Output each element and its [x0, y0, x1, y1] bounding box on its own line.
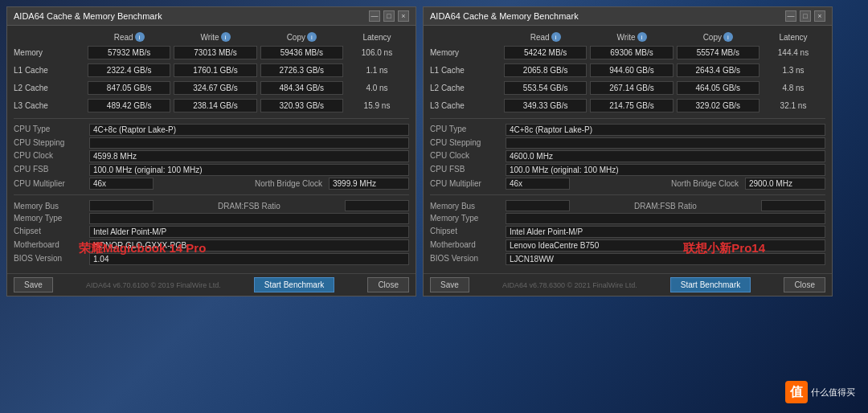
- left-membus-row: Memory Bus DRAM:FSB Ratio: [14, 200, 409, 211]
- left-cpu-mult-value: 46x: [89, 178, 154, 190]
- right-window-title: AIDA64 Cache & Memory Benchmark: [430, 11, 579, 21]
- left-cpu-type-label: CPU Type: [14, 124, 86, 136]
- left-save-btn[interactable]: Save: [14, 277, 53, 292]
- right-l2-copy: 464.05 GB/s: [677, 81, 760, 95]
- right-save-btn[interactable]: Save: [430, 277, 469, 292]
- right-l1-latency: 1.3 ns: [761, 64, 825, 76]
- left-l2-copy: 484.34 GB/s: [260, 81, 343, 95]
- right-close-btn-footer[interactable]: Close: [784, 277, 825, 292]
- right-write-info-icon[interactable]: i: [637, 32, 647, 42]
- right-l2-row: L2 Cache 553.54 GB/s 267.14 GB/s 464.05 …: [430, 80, 825, 96]
- right-membus-row: Memory Bus DRAM:FSB Ratio: [430, 200, 825, 211]
- right-memory-write: 69306 MB/s: [590, 46, 673, 59]
- right-memory-read: 54242 MB/s: [504, 46, 587, 59]
- right-close-btn[interactable]: ×: [814, 10, 825, 22]
- left-write-info-icon[interactable]: i: [221, 32, 231, 42]
- left-maximize-btn[interactable]: □: [383, 10, 395, 22]
- left-cpu-mult-label: CPU Multiplier: [14, 178, 86, 189]
- right-l3-read: 349.33 GB/s: [504, 99, 587, 112]
- left-memory-copy: 59436 MB/s: [260, 46, 343, 59]
- right-window: AIDA64 Cache & Memory Benchmark — □ × Re…: [423, 6, 833, 296]
- right-cpu-clock-label: CPU Clock: [430, 150, 502, 162]
- left-memtype-section: Memory Type Chipset Intel Alder Point-M/…: [14, 213, 409, 265]
- right-latency-header: Latency: [761, 32, 825, 42]
- right-write-header: Write i: [588, 32, 674, 42]
- right-l3-row: L3 Cache 349.33 GB/s 214.75 GB/s 329.02 …: [430, 98, 825, 113]
- left-minimize-btn[interactable]: —: [369, 10, 380, 22]
- left-copy-info-icon[interactable]: i: [307, 32, 317, 42]
- left-divider2: [14, 194, 409, 195]
- right-l2-label: L2 Cache: [430, 82, 502, 94]
- right-dram-value: [761, 200, 825, 211]
- left-l2-row: L2 Cache 847.05 GB/s 324.67 GB/s 484.34 …: [14, 80, 409, 96]
- left-memtype-label: Memory Type: [14, 213, 86, 224]
- right-memory-latency: 144.4 ns: [761, 47, 825, 59]
- right-memtype-label: Memory Type: [430, 213, 502, 224]
- left-dram-label: DRAM:FSB Ratio: [157, 202, 342, 211]
- left-cpu-mult-row: CPU Multiplier 46x North Bridge Clock 39…: [14, 178, 409, 190]
- left-cpu-stepping-label: CPU Stepping: [14, 137, 86, 149]
- right-dram-label: DRAM:FSB Ratio: [573, 202, 758, 211]
- right-cpu-mult-label: CPU Multiplier: [430, 178, 502, 189]
- right-read-info-icon[interactable]: i: [551, 32, 561, 42]
- right-maximize-btn[interactable]: □: [800, 10, 811, 22]
- right-memory-row: Memory 54242 MB/s 69306 MB/s 55574 MB/s …: [430, 45, 825, 60]
- left-motherboard-value: HONOR GLO-GXXX-PCB: [89, 239, 409, 251]
- left-membus-label: Memory Bus: [14, 201, 86, 211]
- right-divider1: [430, 118, 825, 119]
- right-l1-read: 2065.8 GB/s: [504, 63, 587, 77]
- right-bios-label: BIOS Version: [430, 253, 502, 265]
- left-close-btn[interactable]: Close: [367, 277, 409, 292]
- left-chipset-value: Intel Alder Point-M/P: [89, 226, 409, 238]
- left-copy-header: Copy i: [259, 32, 345, 42]
- left-l2-read: 847.05 GB/s: [88, 81, 170, 95]
- right-content: Read i Write i Copy i Latency Memory 54: [424, 26, 832, 273]
- right-motherboard-value: Lenovo IdeaCentre B750: [506, 239, 825, 251]
- right-cpu-mult-row: CPU Multiplier 46x North Bridge Clock 29…: [430, 178, 825, 190]
- left-l2-label: L2 Cache: [14, 82, 86, 94]
- left-nbc-label: North Bridge Clock: [157, 179, 326, 188]
- right-nbc-value: 2900.0 MHz: [745, 178, 825, 190]
- left-benchmark-btn[interactable]: Start Benchmark: [254, 277, 334, 292]
- left-nbc-value: 3999.9 MHz: [329, 178, 409, 190]
- right-chipset-value: Intel Alder Point-M/P: [506, 226, 825, 238]
- left-memtype-value: [89, 213, 409, 224]
- right-copy-header: Copy i: [675, 32, 761, 42]
- right-membus-label: Memory Bus: [430, 201, 502, 211]
- right-benchmark-btn[interactable]: Start Benchmark: [670, 277, 751, 292]
- right-chipset-label: Chipset: [430, 226, 502, 238]
- right-bios-value: LJCN18WW: [506, 253, 825, 265]
- right-l3-label: L3 Cache: [430, 100, 502, 112]
- right-memory-label: Memory: [430, 47, 502, 59]
- left-window-controls: — □ ×: [369, 10, 409, 22]
- left-memory-write: 73013 MB/s: [174, 46, 256, 59]
- left-l1-latency: 1.1 ns: [345, 64, 409, 76]
- right-minimize-btn[interactable]: —: [785, 10, 796, 22]
- left-write-header: Write i: [172, 32, 258, 42]
- left-l3-label: L3 Cache: [14, 100, 86, 112]
- left-l1-write: 1760.1 GB/s: [174, 63, 256, 77]
- right-copy-info-icon[interactable]: i: [723, 32, 733, 42]
- right-cpu-stepping-value: [506, 137, 825, 149]
- right-l2-read: 553.54 GB/s: [504, 81, 587, 95]
- right-bench-header: Read i Write i Copy i Latency: [430, 32, 825, 42]
- left-motherboard-label: Motherboard: [14, 239, 86, 251]
- left-l1-copy: 2726.3 GB/s: [260, 63, 343, 77]
- left-cpu-fsb-value: 100.0 MHz (original: 100 MHz): [89, 164, 409, 176]
- right-cpu-clock-value: 4600.0 MHz: [506, 150, 825, 162]
- left-title-bar: AIDA64 Cache & Memory Benchmark — □ ×: [7, 7, 416, 26]
- left-read-info-icon[interactable]: i: [135, 32, 145, 42]
- right-l1-copy: 2643.4 GB/s: [677, 63, 760, 77]
- left-cpu-fsb-label: CPU FSB: [14, 164, 86, 176]
- left-footer-text: AIDA64 v6.70.6100 © 2019 FinalWire Ltd.: [86, 281, 221, 289]
- right-l2-latency: 4.8 ns: [761, 82, 825, 94]
- left-window: AIDA64 Cache & Memory Benchmark — □ × Re…: [6, 6, 416, 296]
- left-l2-write: 324.67 GB/s: [174, 81, 256, 95]
- left-memory-latency: 106.0 ns: [345, 47, 409, 59]
- left-bench-header: Read i Write i Copy i Latency: [14, 32, 409, 42]
- left-l1-row: L1 Cache 2322.4 GB/s 1760.1 GB/s 2726.3 …: [14, 63, 409, 78]
- logo-icon: 值: [785, 381, 808, 403]
- left-content: Read i Write i Copy i Latency Memory 57: [7, 26, 416, 273]
- left-close-btn[interactable]: ×: [398, 10, 409, 22]
- right-cpu-stepping-label: CPU Stepping: [430, 137, 502, 149]
